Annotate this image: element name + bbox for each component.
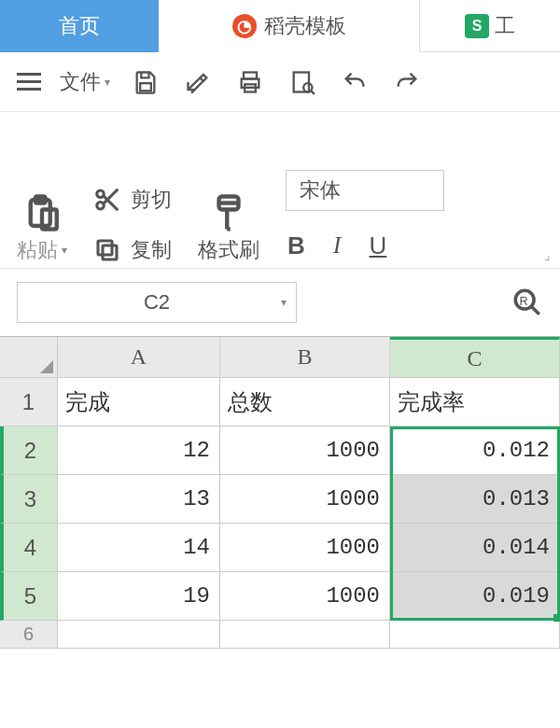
tab-spreadsheet[interactable]: S 工 <box>420 0 560 52</box>
name-box-value: C2 <box>144 290 170 315</box>
cell-C6[interactable] <box>390 621 560 649</box>
save-button[interactable] <box>129 65 162 99</box>
find-button[interactable]: R <box>511 287 543 318</box>
docer-icon: ◔ <box>232 14 257 38</box>
format-painter-button[interactable]: 格式刷 <box>198 191 259 264</box>
row-header-5[interactable]: 5 <box>0 572 58 621</box>
scissors-icon <box>93 186 121 214</box>
title-tabs: 首页 ◔ 稻壳模板 S 工 <box>0 0 560 52</box>
cell-A2[interactable]: 12 <box>58 427 220 475</box>
row-header-6[interactable]: 6 <box>0 621 58 649</box>
underline-button[interactable]: U <box>369 231 386 260</box>
row-header-2[interactable]: 2 <box>0 427 58 475</box>
row-3: 3 13 1000 0.013 <box>0 475 560 524</box>
cell-A1[interactable]: 完成 <box>58 378 220 427</box>
svg-rect-4 <box>294 72 309 91</box>
column-header-B[interactable]: B <box>220 337 390 378</box>
copy-label: 复制 <box>131 236 172 264</box>
cell-A3[interactable]: 13 <box>58 475 220 524</box>
tab-home[interactable]: 首页 <box>0 0 159 52</box>
cell-A4[interactable]: 14 <box>58 524 220 572</box>
select-all-corner[interactable] <box>0 337 58 378</box>
row-5: 5 19 1000 0.019 <box>0 572 560 621</box>
cell-B3[interactable]: 1000 <box>220 475 390 524</box>
tab-docer[interactable]: ◔ 稻壳模板 <box>159 0 420 52</box>
column-header-row: A B C <box>0 337 560 378</box>
chevron-down-icon: ▾ <box>62 244 67 257</box>
chevron-down-icon[interactable]: ▾ <box>281 296 287 309</box>
print-preview-button[interactable] <box>286 65 319 99</box>
bold-button[interactable]: B <box>287 231 305 260</box>
spreadsheet-grid[interactable]: A B C 1 完成 总数 完成率 2 12 1000 0.012 3 13 1… <box>0 336 560 649</box>
name-bar: C2 ▾ R <box>0 269 560 336</box>
cell-C4[interactable]: 0.014 <box>390 524 560 572</box>
row-header-4[interactable]: 4 <box>0 524 58 572</box>
name-box[interactable]: C2 ▾ <box>17 282 297 323</box>
save-as-button[interactable] <box>181 65 215 99</box>
copy-icon <box>93 236 121 264</box>
chevron-down-icon: ▾ <box>105 76 110 89</box>
paste-icon <box>21 191 63 234</box>
column-header-C[interactable]: C <box>390 337 560 378</box>
svg-text:R: R <box>520 294 528 308</box>
cell-C2[interactable]: 0.012 <box>390 427 560 475</box>
row-6: 6 <box>0 621 560 649</box>
fill-handle[interactable] <box>553 614 560 622</box>
font-name-input[interactable]: 宋体 <box>286 170 444 211</box>
undo-button[interactable] <box>338 65 371 99</box>
paste-label: 粘贴 <box>17 236 58 264</box>
cell-B2[interactable]: 1000 <box>220 427 390 475</box>
italic-button[interactable]: I <box>333 231 342 260</box>
cell-B4[interactable]: 1000 <box>220 524 390 572</box>
clipboard-group: 剪切 复制 <box>93 186 172 264</box>
row-1: 1 完成 总数 完成率 <box>0 378 560 427</box>
ribbon: 粘贴 ▾ 剪切 复制 格式刷 宋体 B I U ⌟ <box>0 112 560 269</box>
cell-C3[interactable]: 0.013 <box>390 475 560 524</box>
cell-A6[interactable] <box>58 621 220 649</box>
svg-rect-0 <box>140 83 151 91</box>
svg-point-5 <box>303 83 312 91</box>
menubar: 文件 ▾ <box>0 52 560 112</box>
cell-A5[interactable]: 19 <box>58 572 220 621</box>
row-header-3[interactable]: 3 <box>0 475 58 524</box>
font-group: 宋体 B I U <box>286 170 444 264</box>
tab-docer-label: 稻壳模板 <box>264 12 346 40</box>
paste-button[interactable]: 粘贴 ▾ <box>17 191 67 264</box>
svg-rect-11 <box>103 245 117 259</box>
format-painter-label: 格式刷 <box>198 236 259 264</box>
redo-button[interactable] <box>390 65 424 99</box>
print-button[interactable] <box>233 65 267 99</box>
row-2: 2 12 1000 0.012 <box>0 427 560 475</box>
row-4: 4 14 1000 0.014 <box>0 524 560 572</box>
file-menu[interactable]: 文件 ▾ <box>60 68 110 96</box>
hamburger-icon[interactable] <box>17 73 41 91</box>
cut-label: 剪切 <box>131 186 172 214</box>
cell-B1[interactable]: 总数 <box>220 378 390 427</box>
file-menu-label: 文件 <box>60 68 101 96</box>
cell-B6[interactable] <box>220 621 390 649</box>
tab-spreadsheet-label: 工 <box>495 12 515 40</box>
svg-rect-12 <box>98 241 112 255</box>
spreadsheet-icon: S <box>465 14 489 38</box>
format-painter-icon <box>207 191 250 234</box>
cell-C1[interactable]: 完成率 <box>390 378 560 427</box>
cell-B5[interactable]: 1000 <box>220 572 390 621</box>
row-header-1[interactable]: 1 <box>0 378 58 427</box>
ribbon-expand-icon[interactable]: ⌟ <box>544 247 551 262</box>
copy-button[interactable]: 复制 <box>93 236 172 264</box>
column-header-A[interactable]: A <box>58 337 220 378</box>
cell-C5[interactable]: 0.019 <box>390 572 560 621</box>
cut-button[interactable]: 剪切 <box>93 186 172 214</box>
